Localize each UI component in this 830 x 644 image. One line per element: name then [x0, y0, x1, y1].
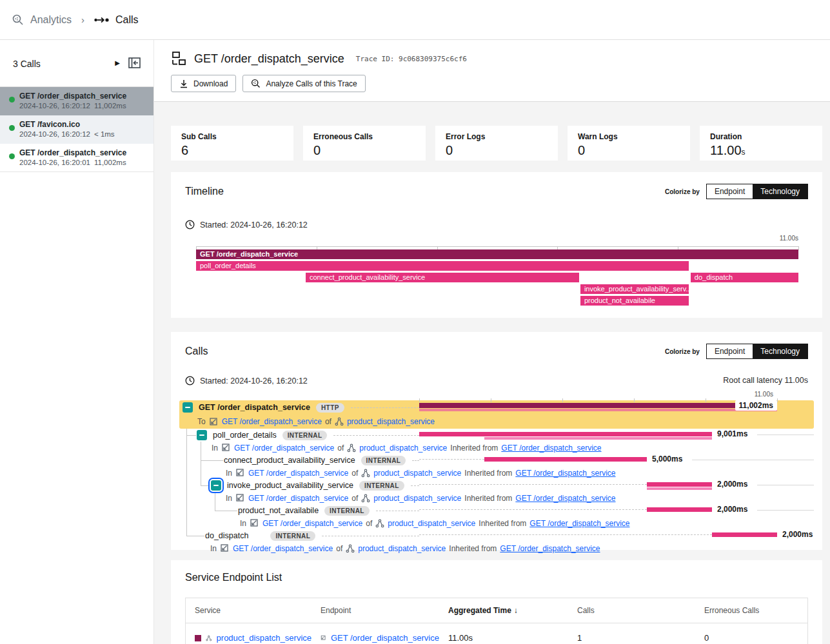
- service-link[interactable]: product_dispatch_service: [373, 469, 461, 478]
- call-name: GET /order_dispatch_service: [199, 403, 310, 412]
- inherited-from-link[interactable]: GET /order_dispatch_service: [501, 444, 601, 453]
- main-content: Sub Calls 6 Erroneous Calls 0 Error Logs…: [154, 102, 830, 644]
- duration-label: 2,000ms: [717, 480, 747, 489]
- col-aggregated-time[interactable]: Aggregated Time↓: [439, 606, 568, 615]
- breadcrumb-calls[interactable]: Calls: [115, 14, 139, 26]
- call-type-badge: INTERNAL: [361, 456, 406, 465]
- collapse-toggle-icon[interactable]: [197, 430, 207, 440]
- call-row[interactable]: invoke_product_availability_service INTE…: [179, 479, 814, 492]
- calls-icon: [94, 16, 110, 24]
- analyze-icon: [251, 79, 261, 88]
- call-title: GET /favicon.ico: [19, 120, 147, 129]
- self-time-bar: [647, 487, 712, 490]
- call-title: GET /order_dispatch_service: [19, 92, 147, 101]
- inherited-from-link[interactable]: GET /order_dispatch_service: [515, 469, 615, 478]
- endpoint-link[interactable]: GET /order_dispatch_service: [331, 633, 439, 643]
- timeline-bar[interactable]: invoke_product_availability_serv...: [580, 284, 689, 294]
- sidebar-call-item[interactable]: GET /favicon.ico 2024-10-26, 16:20:12< 1…: [0, 115, 153, 144]
- service-link[interactable]: product_dispatch_service: [347, 417, 435, 426]
- inherited-from-link[interactable]: GET /order_dispatch_service: [529, 519, 629, 528]
- service-icon: [206, 633, 212, 643]
- timeline-panel: Timeline Colorize by Endpoint Technology…: [171, 172, 822, 318]
- download-button[interactable]: Download: [171, 75, 236, 92]
- endpoint-icon: [250, 518, 259, 528]
- collapse-toggle-icon[interactable]: [211, 480, 221, 491]
- service-link[interactable]: product_dispatch_service: [373, 494, 461, 503]
- call-row[interactable]: poll_order_details INTERNAL 9,001ms: [179, 429, 814, 442]
- status-dot: [9, 125, 15, 131]
- service-icon: [361, 469, 370, 478]
- service-link[interactable]: product_dispatch_service: [217, 633, 311, 643]
- call-timestamp: 2024-10-26, 16:20:01: [19, 159, 90, 166]
- call-tree: GET /order_dispatch_service HTTP 11,002m…: [179, 400, 814, 554]
- sidebar-call-item[interactable]: GET /order_dispatch_service 2024-10-26, …: [0, 87, 153, 115]
- endpoint-link[interactable]: GET /order_dispatch_service: [248, 494, 348, 503]
- erroneous-calls-value: 0: [695, 633, 807, 643]
- endpoint-link[interactable]: GET /order_dispatch_service: [262, 519, 362, 528]
- colorize-by-label: Colorize by: [665, 188, 700, 195]
- service-icon: [361, 494, 370, 503]
- collapse-panel-icon[interactable]: [128, 57, 141, 68]
- analyze-trace-button[interactable]: Analyze Calls of this Trace: [242, 75, 365, 92]
- calls-started: Started: 2024-10-26, 16:20:12: [200, 376, 308, 385]
- endpoint-icon: [221, 443, 231, 453]
- col-service: Service: [186, 606, 311, 615]
- col-endpoint: Endpoint: [311, 606, 439, 615]
- timeline-bar[interactable]: product_not_availabile: [580, 296, 689, 306]
- call-name: invoke_product_availability_service: [227, 481, 353, 490]
- service-link[interactable]: product_dispatch_service: [359, 444, 447, 453]
- breadcrumb-analytics[interactable]: Analytics: [30, 14, 72, 26]
- stat-sub-calls: Sub Calls 6: [171, 126, 293, 161]
- leader-line: [322, 536, 419, 536]
- call-duration: 11,002ms: [94, 159, 126, 166]
- call-name: poll_order_details: [213, 431, 277, 440]
- service-link[interactable]: product_dispatch_service: [388, 519, 475, 528]
- self-time-bar: [484, 437, 712, 440]
- clock-icon: [185, 220, 195, 229]
- colorize-technology-option[interactable]: Technology: [753, 184, 807, 199]
- leader-line: [333, 435, 419, 436]
- timeline-bar[interactable]: connect_product_availability_service: [306, 273, 579, 282]
- call-duration: 11,002ms: [94, 102, 126, 110]
- endpoint-link[interactable]: GET /order_dispatch_service: [234, 444, 334, 453]
- inherited-from-link[interactable]: GET /order_dispatch_service: [500, 544, 600, 553]
- colorize-endpoint-option[interactable]: Endpoint: [707, 344, 753, 358]
- colorize-technology-option[interactable]: Technology: [753, 344, 807, 358]
- leader-line: [351, 407, 419, 408]
- timeline-bar[interactable]: do_dispatch: [691, 273, 798, 282]
- duration-label: 2,000ms: [782, 530, 813, 539]
- service-endpoint-panel: Service Endpoint List Service Endpoint A…: [171, 560, 822, 644]
- call-row[interactable]: do_dispatch INTERNAL 2,000ms: [179, 529, 814, 542]
- call-name: product_not_availabile: [238, 506, 319, 515]
- self-time-bar: [419, 409, 777, 411]
- endpoint-link[interactable]: GET /order_dispatch_service: [222, 417, 322, 426]
- call-row[interactable]: product_not_availabile INTERNAL 2,000ms: [179, 504, 814, 517]
- duration-label: 11,002ms: [735, 400, 777, 411]
- play-icon[interactable]: ▶: [115, 59, 120, 66]
- service-link[interactable]: product_dispatch_service: [358, 544, 446, 553]
- endpoint-link[interactable]: GET /order_dispatch_service: [233, 544, 333, 553]
- call-timestamp: 2024-10-26, 16:20:12: [19, 130, 90, 138]
- timeline-bar[interactable]: GET /order_dispatch_service: [196, 249, 798, 259]
- endpoint-icon: [321, 632, 326, 643]
- timeline-bar[interactable]: poll_order_details: [196, 261, 689, 271]
- leader-line: [411, 485, 419, 486]
- selected-call-row[interactable]: GET /order_dispatch_service HTTP 11,002m…: [179, 400, 814, 429]
- sidebar-header: 3 Calls ▶: [0, 40, 153, 87]
- table-row: product_dispatch_service GET /order_disp…: [186, 623, 807, 644]
- latency-bar: [419, 432, 712, 436]
- latency-bar: [647, 507, 712, 512]
- collapse-toggle-icon[interactable]: [183, 402, 193, 413]
- timeline-started: Started: 2024-10-26, 16:20:12: [200, 220, 308, 229]
- endpoint-link[interactable]: GET /order_dispatch_service: [248, 469, 348, 478]
- inherited-from-link[interactable]: GET /order_dispatch_service: [515, 494, 615, 503]
- duration-label: 5,000ms: [652, 454, 682, 463]
- status-dot: [9, 97, 15, 102]
- sidebar-call-item[interactable]: GET /order_dispatch_service 2024-10-26, …: [0, 144, 153, 172]
- colorize-toggle: Endpoint Technology: [706, 184, 808, 199]
- call-detail-row: In GET /order_dispatch_service of produc…: [179, 492, 814, 504]
- stat-warn-logs: Warn Logs 0: [568, 126, 690, 161]
- colorize-endpoint-option[interactable]: Endpoint: [707, 184, 753, 199]
- clock-icon: [185, 376, 195, 385]
- call-row[interactable]: connect_product_availability_service INT…: [179, 454, 814, 467]
